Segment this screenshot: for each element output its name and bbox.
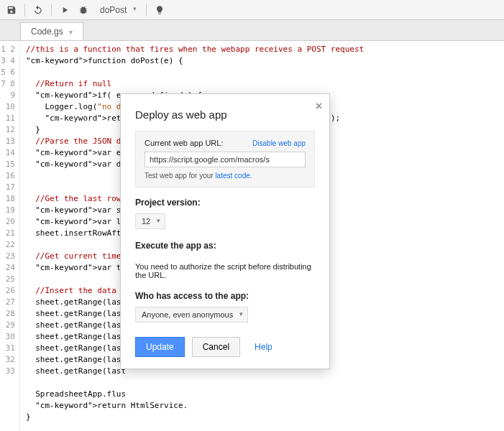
undo-icon[interactable]	[29, 1, 47, 19]
dialog-title: Deploy as web app	[135, 108, 315, 121]
version-label: Project version:	[135, 198, 315, 208]
tab-code-gs[interactable]: Code.gs▾	[20, 22, 83, 40]
close-icon[interactable]: ×	[316, 100, 322, 113]
webapp-url-input[interactable]	[145, 152, 306, 167]
run-icon[interactable]	[56, 1, 73, 19]
update-button[interactable]: Update	[135, 337, 185, 357]
tab-bar: Code.gs▾	[0, 20, 504, 40]
authorize-message: You need to authorize the script before …	[135, 262, 315, 279]
function-select[interactable]: doPost	[93, 3, 142, 17]
access-label: Who has access to the app:	[135, 291, 315, 301]
test-hint: Test web app for your latest code.	[145, 172, 306, 180]
deploy-dialog: × Deploy as web app Current web app URL:…	[120, 93, 330, 369]
toolbar-separator	[146, 4, 147, 17]
toolbar-separator	[24, 4, 25, 17]
tab-menu-icon[interactable]: ▾	[69, 28, 73, 36]
tab-label: Code.gs	[31, 27, 63, 37]
version-select[interactable]: 12	[135, 213, 165, 229]
latest-code-link[interactable]: latest code	[215, 172, 249, 180]
toolbar: doPost	[0, 0, 504, 20]
line-gutter: 1 2 3 4 5 6 7 8 9 10 11 12 13 14 15 16 1…	[0, 41, 20, 431]
save-icon[interactable]	[3, 1, 20, 19]
execute-as-label: Execute the app as:	[135, 241, 315, 251]
help-link[interactable]: Help	[255, 342, 272, 352]
lightbulb-icon[interactable]	[151, 1, 168, 19]
url-label: Current web app URL:	[145, 139, 223, 147]
access-select[interactable]: Anyone, even anonymous	[135, 307, 248, 323]
url-box: Current web app URL: Disable web app Tes…	[135, 131, 315, 187]
disable-webapp-link[interactable]: Disable web app	[252, 139, 306, 147]
cancel-button[interactable]: Cancel	[192, 337, 240, 357]
debug-icon[interactable]	[75, 1, 92, 19]
toolbar-separator	[51, 4, 52, 17]
